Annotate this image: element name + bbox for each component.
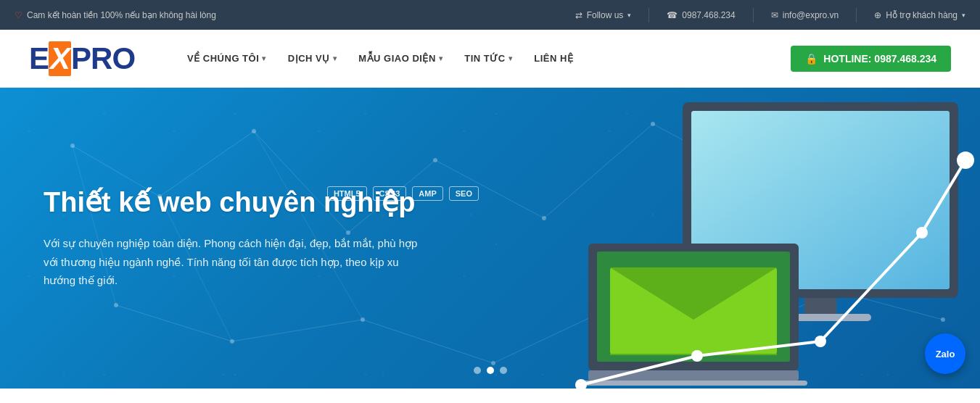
mail-icon: ✉ (771, 10, 778, 20)
logo-pro: PRO (71, 41, 135, 75)
tag-seo: SEO (449, 186, 479, 201)
zalo-button[interactable]: Zalo (925, 333, 965, 374)
svg-line-25 (116, 305, 232, 341)
svg-point-48 (691, 350, 703, 362)
hotline-button[interactable]: 🔒 HOTLINE: 0987.468.234 (791, 46, 951, 72)
carousel-dot-1[interactable] (474, 367, 481, 374)
hero-tags: HTML5 CSS3 AMP SEO (327, 186, 479, 201)
top-bar-right: ⇄ Follow us ▾ ☎ 0987.468.234 ✉ info@expr… (575, 8, 965, 22)
top-bar: ♡ Cam kết hoàn tiền 100% nếu bạn không h… (0, 0, 980, 30)
svg-rect-38 (804, 298, 836, 314)
logo-e: E (29, 41, 49, 75)
logo-x: X (49, 41, 71, 76)
svg-rect-46 (580, 381, 807, 386)
nav-news[interactable]: TIN TỨC ▾ (456, 47, 521, 70)
phone-number: 0987.468.234 (682, 10, 735, 20)
divider-3 (856, 8, 857, 22)
svg-point-10 (230, 339, 234, 344)
svg-point-11 (361, 317, 365, 322)
follow-us-label: Follow us (587, 10, 624, 20)
zalo-label: Zalo (936, 349, 955, 360)
support-item[interactable]: ⊕ Hỗ trợ khách hàng ▾ (874, 10, 965, 20)
svg-point-51 (957, 151, 974, 169)
support-label: Hỗ trợ khách hàng (886, 10, 958, 20)
divider-1 (648, 8, 649, 22)
divider-2 (753, 8, 754, 22)
tag-css3: CSS3 (373, 186, 407, 201)
guarantee-text: Cam kết hoàn tiền 100% nếu bạn không hài… (27, 10, 216, 20)
carousel-dot-3[interactable] (500, 367, 507, 374)
chevron-down-icon: ▾ (439, 54, 443, 62)
svg-point-9 (114, 303, 118, 307)
main-nav: VỀ CHÚNG TÔI ▾ DỊCH VỤ ▾ MẪU GIAO DIỆN ▾… (178, 47, 791, 70)
share-icon: ⇄ (575, 10, 582, 20)
email-address: info@expro.vn (783, 10, 839, 20)
svg-point-50 (916, 227, 928, 238)
email-item[interactable]: ✉ info@expro.vn (771, 10, 839, 20)
hero-illustration (487, 88, 980, 389)
tag-html5: HTML5 (327, 186, 367, 201)
carousel-dot-2[interactable] (487, 367, 494, 374)
nav-services[interactable]: DỊCH VỤ ▾ (279, 47, 345, 70)
hero-content: Thiết kế web chuyên nghiệp HTML5 CSS3 AM… (0, 186, 464, 289)
support-arrow: ▾ (962, 12, 965, 19)
lock-icon: 🔒 (805, 53, 818, 65)
hero-title-wrapper: Thiết kế web chuyên nghiệp HTML5 CSS3 AM… (44, 186, 421, 220)
phone-icon: ☎ (667, 10, 678, 20)
follow-us-item[interactable]: ⇄ Follow us ▾ (575, 10, 632, 20)
phone-item[interactable]: ☎ 0987.468.234 (667, 10, 735, 20)
globe-icon: ⊕ (874, 10, 881, 20)
tag-amp: AMP (412, 186, 442, 201)
nav-templates[interactable]: MẪU GIAO DIỆN ▾ (350, 47, 451, 70)
hero-devices-svg (487, 88, 980, 389)
nav-contact[interactable]: LIÊN HỆ (525, 47, 582, 70)
heart-icon: ♡ (15, 10, 22, 20)
hero-description: Với sự chuyên nghiệp toàn diện. Phong cá… (44, 234, 421, 290)
svg-point-0 (70, 144, 75, 148)
carousel-dots (474, 367, 507, 374)
chevron-down-icon: ▾ (508, 54, 513, 62)
svg-line-27 (363, 320, 493, 363)
svg-point-4 (433, 158, 437, 162)
nav-about[interactable]: VỀ CHÚNG TÔI ▾ (178, 47, 275, 70)
svg-point-47 (575, 379, 587, 389)
hero-section: Thiết kế web chuyên nghiệp HTML5 CSS3 AM… (0, 88, 980, 389)
svg-point-2 (252, 129, 256, 133)
top-bar-left: ♡ Cam kết hoàn tiền 100% nếu bạn không h… (15, 10, 575, 20)
logo[interactable]: EXPRO (29, 41, 135, 76)
chevron-down-icon: ▾ (333, 54, 337, 62)
svg-point-49 (815, 336, 826, 347)
hotline-label: HOTLINE: 0987.468.234 (823, 53, 936, 65)
follow-us-arrow: ▾ (627, 12, 631, 19)
svg-line-26 (232, 320, 363, 341)
header: EXPRO VỀ CHÚNG TÔI ▾ DỊCH VỤ ▾ MẪU GIAO … (0, 30, 980, 88)
chevron-down-icon: ▾ (262, 54, 266, 62)
